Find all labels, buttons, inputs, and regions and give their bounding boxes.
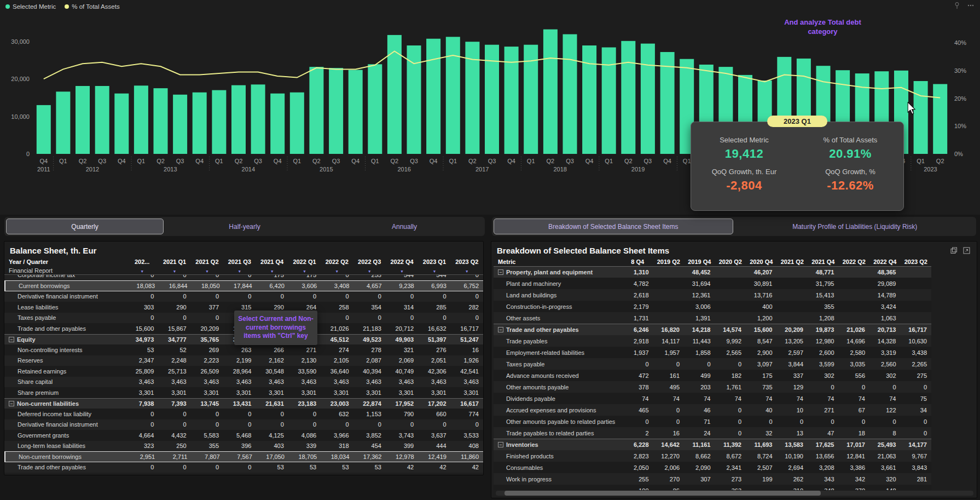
table-cell[interactable]: 48,771 bbox=[808, 269, 839, 275]
table-cell[interactable]: 263 bbox=[223, 347, 256, 353]
table-cell[interactable]: 400 bbox=[746, 303, 777, 310]
table-cell[interactable]: 14,218 bbox=[684, 326, 715, 333]
table-cell[interactable]: 2,597 bbox=[777, 349, 808, 356]
table-cell[interactable]: 0 bbox=[321, 314, 353, 321]
table-cell[interactable]: 0 bbox=[321, 421, 353, 428]
table-cell[interactable]: 2,565 bbox=[715, 349, 746, 356]
column-header[interactable]: 2022 Q4 bbox=[386, 258, 418, 265]
table-row[interactable]: Taxes payable00003,0973,8443,5993,0352,5… bbox=[494, 358, 931, 370]
table-cell[interactable]: 13,431 bbox=[223, 400, 256, 407]
table-cell[interactable]: 17,625 bbox=[808, 441, 839, 448]
table-cell[interactable]: 2,347 bbox=[126, 357, 158, 364]
table-cell[interactable]: 10,630 bbox=[901, 338, 932, 344]
table-cell[interactable]: 273 bbox=[715, 476, 746, 482]
table-row[interactable]: Other assets1,7311,3911,2001,2081,063 bbox=[494, 312, 931, 324]
table-cell[interactable]: 8,662 bbox=[684, 453, 715, 459]
table-cell[interactable]: 0 bbox=[901, 418, 932, 425]
table-cell[interactable]: 16 bbox=[653, 430, 685, 436]
table-cell[interactable]: 25,493 bbox=[869, 441, 901, 448]
table-cell[interactable]: 0 bbox=[715, 407, 746, 413]
table-cell[interactable]: 199 bbox=[746, 476, 777, 482]
table-cell[interactable]: 0 bbox=[223, 293, 256, 300]
chart-bar[interactable] bbox=[368, 64, 382, 154]
table-cell[interactable]: 0 bbox=[622, 361, 653, 367]
table-cell[interactable]: 2,050 bbox=[622, 464, 653, 471]
table-cell[interactable]: 285 bbox=[418, 304, 450, 311]
column-header[interactable]: 2021 Q4 bbox=[256, 258, 288, 265]
table-cell[interactable]: 26,509 bbox=[191, 368, 223, 375]
table-cell[interactable]: 46 bbox=[684, 407, 715, 413]
table-cell[interactable]: 11,693 bbox=[746, 441, 777, 448]
table-cell[interactable]: 6,752 bbox=[451, 283, 483, 289]
table-cell[interactable]: 14,117 bbox=[653, 338, 685, 344]
table-cell[interactable]: 408 bbox=[451, 442, 483, 449]
table-cell[interactable]: 544 bbox=[386, 275, 418, 278]
chart-bar[interactable] bbox=[270, 94, 285, 154]
table-cell[interactable]: 1,200 bbox=[746, 315, 777, 321]
table-cell[interactable]: 339 bbox=[288, 442, 321, 449]
table-cell[interactable]: 0 bbox=[256, 293, 288, 300]
table-row[interactable]: Work in progress255270307273199262343342… bbox=[494, 473, 931, 485]
table-row[interactable]: Finished products2,82312,2708,6628,6728,… bbox=[494, 450, 931, 462]
chart-bar[interactable] bbox=[95, 86, 109, 154]
table-cell[interactable]: 3,743 bbox=[386, 432, 418, 439]
table-cell[interactable]: 0 bbox=[126, 275, 158, 278]
table-cell[interactable]: 3,097 bbox=[746, 361, 777, 367]
table-cell[interactable]: 47 bbox=[808, 430, 839, 436]
chart-bar[interactable] bbox=[933, 84, 947, 154]
table-cell[interactable]: 1,310 bbox=[622, 269, 653, 275]
table-cell[interactable]: 51,397 bbox=[418, 336, 450, 343]
view-button-maturity-profile-of-liabilities-liquidity-risk[interactable]: Maturity Profile of Liabilities (Liquidi… bbox=[735, 219, 975, 234]
table-cell[interactable]: 42,541 bbox=[451, 368, 483, 375]
table-cell[interactable]: 4,432 bbox=[158, 432, 190, 439]
table-cell[interactable]: 74 bbox=[839, 395, 870, 402]
table-cell[interactable]: 34,777 bbox=[158, 336, 190, 343]
table-cell[interactable]: 74 bbox=[869, 395, 901, 402]
chart-bar[interactable] bbox=[154, 88, 168, 154]
table-cell[interactable]: 3,438 bbox=[901, 349, 932, 356]
table-cell[interactable]: 0 bbox=[223, 464, 256, 470]
chart-bar[interactable] bbox=[309, 67, 323, 154]
table-cell[interactable]: 18,034 bbox=[321, 453, 353, 460]
table-cell[interactable]: 10,190 bbox=[777, 453, 808, 459]
table-cell[interactable]: 660 bbox=[418, 411, 450, 417]
table-row[interactable]: Other amounts payable to related parties… bbox=[494, 416, 931, 427]
column-header[interactable]: 2020 Q4 bbox=[746, 258, 777, 265]
table-cell[interactable]: 19,873 bbox=[808, 326, 839, 333]
chart-bar[interactable] bbox=[621, 41, 635, 154]
table-cell[interactable]: 342 bbox=[839, 476, 870, 482]
table-cell[interactable]: 303 bbox=[126, 304, 158, 311]
table-cell[interactable]: 3,661 bbox=[869, 464, 901, 471]
table-cell[interactable]: 0 bbox=[158, 314, 190, 321]
table-cell[interactable]: 310 bbox=[777, 487, 808, 491]
table-cell[interactable]: 444 bbox=[418, 442, 450, 449]
table-cell[interactable]: 2,507 bbox=[746, 464, 777, 471]
table-cell[interactable]: 363 bbox=[715, 487, 746, 491]
filter-icon[interactable]: ▼ bbox=[140, 269, 144, 273]
table-row[interactable]: Other amounts payable3784952031,76173512… bbox=[494, 381, 931, 393]
table-cell[interactable]: 0 bbox=[451, 275, 483, 278]
table-row[interactable]: Accrued expenses and provisions465046040… bbox=[494, 404, 931, 416]
table-cell[interactable]: 278 bbox=[353, 347, 386, 353]
table-cell[interactable]: 255 bbox=[622, 476, 653, 482]
table-cell[interactable]: 0 bbox=[158, 421, 190, 428]
table-cell[interactable]: 42 bbox=[386, 464, 418, 470]
table-cell[interactable]: 74 bbox=[808, 395, 839, 402]
table-cell[interactable]: 275 bbox=[901, 372, 932, 379]
table-cell[interactable]: 122 bbox=[869, 407, 901, 413]
chart-bar[interactable] bbox=[212, 90, 226, 154]
table-cell[interactable]: 0 bbox=[288, 293, 321, 300]
table-cell[interactable]: 343 bbox=[808, 476, 839, 482]
table-cell[interactable]: 42,306 bbox=[418, 368, 450, 375]
table-cell[interactable]: 8,672 bbox=[715, 453, 746, 459]
table-cell[interactable]: 25,809 bbox=[126, 368, 158, 375]
table-cell[interactable]: 0 bbox=[684, 361, 715, 367]
table-cell[interactable]: 17,202 bbox=[418, 400, 450, 407]
table-cell[interactable]: 5,468 bbox=[223, 432, 256, 439]
table-cell[interactable]: 3,035 bbox=[839, 361, 870, 367]
table-cell[interactable]: 302 bbox=[808, 372, 839, 379]
table-cell[interactable]: 3,844 bbox=[777, 361, 808, 367]
table-cell[interactable]: 790 bbox=[386, 411, 418, 417]
collapse-icon[interactable]: − bbox=[498, 269, 503, 275]
table-cell[interactable]: 0 bbox=[622, 418, 653, 425]
